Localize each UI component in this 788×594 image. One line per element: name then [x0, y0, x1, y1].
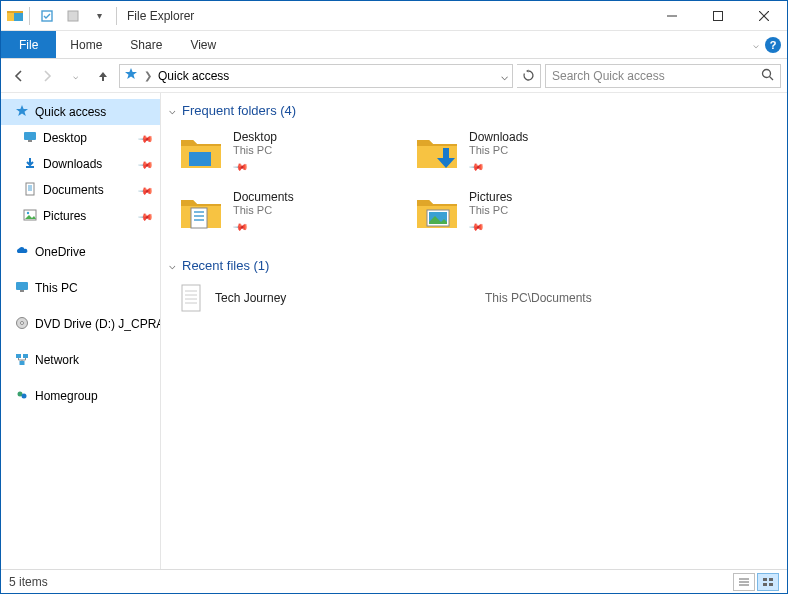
sidebar-item-downloads[interactable]: Downloads 📌: [1, 151, 160, 177]
svg-marker-12: [16, 105, 28, 116]
documents-icon: [23, 182, 37, 199]
quick-access-toolbar: ▾: [1, 5, 119, 27]
svg-marker-9: [125, 68, 137, 79]
folder-name: Pictures: [469, 190, 512, 204]
file-tab[interactable]: File: [1, 31, 56, 58]
pin-icon: 📌: [233, 158, 249, 174]
breadcrumb-current[interactable]: Quick access: [158, 69, 229, 83]
downloads-icon: [23, 156, 37, 173]
pin-icon: 📌: [138, 208, 154, 224]
svg-point-30: [22, 393, 27, 398]
section-frequent-folders[interactable]: ⌵ Frequent folders (4): [169, 103, 779, 118]
qat-customize-dropdown[interactable]: ▾: [88, 5, 110, 27]
svg-rect-49: [769, 583, 773, 586]
sidebar-item-documents[interactable]: Documents 📌: [1, 177, 160, 203]
onedrive-icon: [15, 244, 29, 261]
search-icon[interactable]: [761, 68, 774, 84]
sidebar-item-this-pc[interactable]: This PC: [1, 275, 160, 301]
sidebar-item-onedrive[interactable]: OneDrive: [1, 239, 160, 265]
ribbon-tabs: File Home Share View ⌵ ?: [1, 31, 787, 59]
titlebar: ▾ File Explorer: [1, 1, 787, 31]
ribbon-expand-icon[interactable]: ⌵: [753, 39, 759, 50]
folder-location: This PC: [469, 204, 508, 216]
status-bar: 5 items: [1, 569, 787, 593]
sidebar-item-pictures[interactable]: Pictures 📌: [1, 203, 160, 229]
navigation-bar: ⌵ ❯ Quick access ⌵ Search Quick access: [1, 59, 787, 93]
folder-desktop[interactable]: Desktop This PC 📌: [179, 128, 411, 176]
sidebar-item-network[interactable]: Network: [1, 347, 160, 373]
sidebar-label: Documents: [43, 183, 104, 197]
minimize-button[interactable]: [649, 1, 695, 31]
sidebar-label: Network: [35, 353, 79, 367]
help-icon[interactable]: ?: [765, 37, 781, 53]
svg-rect-46: [763, 578, 767, 581]
recent-file-item[interactable]: Tech Journey This PC\Documents: [179, 283, 779, 313]
section-recent-files[interactable]: ⌵ Recent files (1): [169, 258, 779, 273]
chevron-down-icon: ⌵: [169, 259, 176, 272]
folder-name: Documents: [233, 190, 294, 204]
folder-location: This PC: [469, 144, 508, 156]
close-button[interactable]: [741, 1, 787, 31]
pin-icon: 📌: [469, 158, 485, 174]
pin-icon: 📌: [138, 182, 154, 198]
forward-button[interactable]: [35, 64, 59, 88]
folder-documents[interactable]: Documents This PC 📌: [179, 188, 411, 236]
sidebar-item-desktop[interactable]: Desktop 📌: [1, 125, 160, 151]
dvd-icon: [15, 316, 29, 333]
homegroup-icon: [15, 388, 29, 405]
up-button[interactable]: [91, 64, 115, 88]
svg-rect-31: [189, 152, 211, 166]
qat-properties-icon[interactable]: [36, 5, 58, 27]
search-placeholder: Search Quick access: [552, 69, 665, 83]
svg-rect-23: [20, 290, 24, 292]
svg-rect-27: [23, 354, 28, 358]
sidebar-item-quick-access[interactable]: Quick access: [1, 99, 160, 125]
content-pane: ⌵ Frequent folders (4) Desktop This PC 📌: [161, 93, 787, 569]
navigation-pane: Quick access Desktop 📌 Downloads 📌 Docum…: [1, 93, 161, 569]
folder-downloads[interactable]: Downloads This PC 📌: [415, 128, 647, 176]
tab-home[interactable]: Home: [56, 31, 116, 58]
breadcrumb-chevron-icon[interactable]: ❯: [144, 70, 152, 81]
refresh-button[interactable]: [517, 64, 541, 88]
back-button[interactable]: [7, 64, 31, 88]
view-large-icons-button[interactable]: [757, 573, 779, 591]
qat-newfolder-icon[interactable]: [62, 5, 84, 27]
sidebar-label: OneDrive: [35, 245, 86, 259]
pin-icon: 📌: [233, 218, 249, 234]
search-input[interactable]: Search Quick access: [545, 64, 781, 88]
sidebar-label: Desktop: [43, 131, 87, 145]
address-bar[interactable]: ❯ Quick access ⌵: [119, 64, 513, 88]
svg-rect-13: [24, 132, 36, 140]
sidebar-label: Pictures: [43, 209, 86, 223]
recent-file-location: This PC\Documents: [485, 291, 592, 305]
svg-rect-32: [191, 208, 207, 228]
tab-share[interactable]: Share: [116, 31, 176, 58]
sidebar-label: This PC: [35, 281, 78, 295]
svg-rect-28: [20, 361, 25, 365]
pin-icon: 📌: [469, 218, 485, 234]
svg-rect-26: [16, 354, 21, 358]
status-item-count: 5 items: [9, 575, 48, 589]
recent-dropdown[interactable]: ⌵: [63, 64, 87, 88]
svg-rect-38: [182, 285, 200, 311]
svg-rect-3: [42, 11, 52, 21]
folder-location: This PC: [233, 204, 272, 216]
svg-rect-22: [16, 282, 28, 290]
maximize-button[interactable]: [695, 1, 741, 31]
svg-rect-14: [28, 140, 32, 142]
view-details-button[interactable]: [733, 573, 755, 591]
tab-view[interactable]: View: [176, 31, 230, 58]
body: Quick access Desktop 📌 Downloads 📌 Docum…: [1, 93, 787, 569]
quick-access-star-icon: [124, 67, 138, 84]
window-title: File Explorer: [127, 9, 194, 23]
svg-rect-48: [763, 583, 767, 586]
address-dropdown-icon[interactable]: ⌵: [501, 69, 508, 83]
folder-location: This PC: [233, 144, 272, 156]
sidebar-item-dvd-drive[interactable]: DVD Drive (D:) J_CPRA: [1, 311, 160, 337]
folder-pictures[interactable]: Pictures This PC 📌: [415, 188, 647, 236]
sidebar-item-homegroup[interactable]: Homegroup: [1, 383, 160, 409]
section-title: Frequent folders (4): [182, 103, 296, 118]
folder-icon: [415, 132, 459, 172]
sidebar-label: DVD Drive (D:) J_CPRA: [35, 317, 161, 331]
pictures-icon: [23, 208, 37, 225]
